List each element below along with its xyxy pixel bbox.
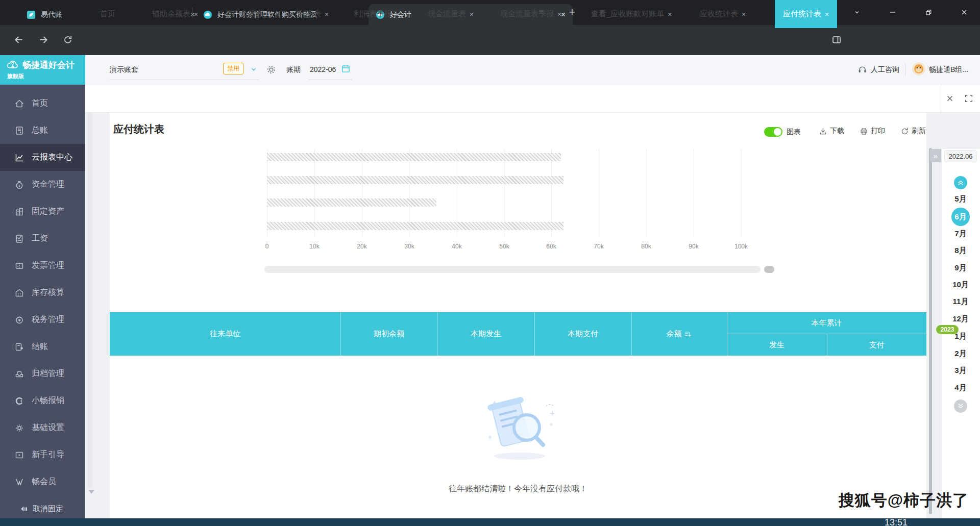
sidebar-item-settings[interactable]: 基础设置 [0, 414, 85, 441]
sidebar-item-fixed-assets[interactable]: 固定资产 [0, 198, 85, 225]
report-tab-receivable-stats[interactable]: 应收统计表× [700, 0, 746, 28]
close-all-tabs-icon[interactable] [945, 94, 954, 103]
reload-icon[interactable] [59, 31, 77, 48]
sidebar-item-home[interactable]: 首页 [0, 90, 85, 117]
side-panel-icon[interactable] [828, 31, 845, 48]
window-minimize-icon[interactable] [884, 4, 901, 21]
sidebar-item-inventory[interactable]: 库存核算 [0, 279, 85, 306]
sidebar-item-invoices[interactable]: 发票管理 [0, 252, 85, 279]
report-tab-close-icon[interactable]: × [325, 10, 329, 18]
forward-icon[interactable] [35, 31, 52, 48]
report-tab-auxiliary-balance[interactable]: 辅助余额表× [152, 0, 198, 28]
app-logo-block[interactable]: 畅捷通好会计 旗舰版 [0, 55, 85, 85]
sidebar-item-reimburse[interactable]: 小畅报销 [0, 387, 85, 414]
column-header-counterparty: 往来单位 [110, 312, 340, 356]
period-label: 账期 [286, 65, 301, 74]
user-name[interactable]: 畅捷通B组... [929, 65, 968, 74]
report-tab-label: 利润表 [298, 9, 321, 19]
month-item-july[interactable]: 7月 [941, 229, 980, 239]
x-tick: 20k [351, 243, 373, 250]
sidebar-item-tax[interactable]: 税务管理 [0, 306, 85, 333]
report-tab-balance-sheet[interactable]: 资产负债表× [225, 0, 271, 28]
report-tab-label: 应付统计表 [783, 9, 821, 19]
app-logo-title: 畅捷通好会计 [22, 59, 75, 71]
report-tab-close-icon[interactable]: × [194, 10, 198, 18]
month-item-august[interactable]: 8月 [941, 246, 980, 256]
month-item-november[interactable]: 11月 [941, 297, 980, 307]
month-item-february[interactable]: 2月 [941, 349, 980, 359]
sidebar-item-salary[interactable]: 工资 [0, 225, 85, 252]
refresh-button[interactable]: 刷新 [900, 127, 926, 136]
month-item-september[interactable]: 9月 [941, 263, 980, 273]
current-period-box: 2022.06 [944, 150, 977, 162]
chart-horizontal-scrollbar[interactable] [264, 266, 761, 273]
report-tab-close-icon[interactable]: × [470, 10, 474, 18]
chart-scrollbar-thumb[interactable] [764, 266, 774, 273]
sidebar-unpin-button[interactable]: 取消固定 [19, 504, 63, 514]
unpin-label: 取消固定 [33, 504, 63, 514]
sidebar-item-label: 税务管理 [32, 314, 64, 325]
column-header-period-incurred: 本期发生 [437, 312, 534, 356]
month-item-june-active[interactable]: 6月 [951, 208, 970, 226]
report-tab-home[interactable]: 首页 [100, 0, 115, 28]
settings-gear-icon[interactable] [266, 64, 277, 75]
account-set-select[interactable]: 演示账套 [110, 65, 138, 74]
back-icon[interactable] [10, 31, 28, 48]
bar [267, 153, 561, 161]
calendar-icon[interactable] [341, 64, 351, 73]
sidebar-scrollbar-track[interactable] [88, 97, 92, 488]
avatar[interactable] [912, 62, 926, 76]
sidebar-item-funds[interactable]: 资金管理 [0, 171, 85, 198]
report-tab-payable-stats-active[interactable]: 应付统计表× [775, 0, 837, 28]
report-tab-cash-flow[interactable]: 现金流量表× [428, 0, 474, 28]
sort-icon[interactable] [684, 330, 692, 338]
x-tick: 0 [256, 243, 278, 250]
month-item-october[interactable]: 10月 [941, 280, 980, 290]
chart-toggle[interactable] [764, 127, 782, 137]
report-tab-label: 应收统计表 [700, 9, 738, 19]
report-tab-close-icon[interactable]: × [668, 10, 672, 18]
account-dropdown-chevron-icon[interactable] [250, 66, 257, 73]
report-tab-close-icon[interactable]: × [396, 10, 400, 18]
panel-collapse-button[interactable]: » [930, 149, 941, 162]
browser-toolbar: cloud2.chanjet.com /accounting/uh26t264j… [0, 25, 980, 55]
x-tick: 60k [540, 243, 562, 250]
fullscreen-icon[interactable] [964, 94, 973, 103]
sidebar-item-archive[interactable]: 归档管理 [0, 360, 85, 387]
months-scroll-up-button[interactable] [954, 176, 967, 189]
month-item-december[interactable]: 12月 [941, 314, 980, 324]
report-tab-close-icon[interactable]: × [825, 10, 829, 18]
window-restore-icon[interactable] [920, 4, 937, 21]
month-item-march[interactable]: 3月 [941, 366, 980, 375]
content-vertical-scrollbar[interactable] [929, 148, 932, 514]
month-item-may[interactable]: 5月 [941, 194, 980, 204]
download-button[interactable]: 下载 [819, 127, 844, 136]
months-scroll-down-button[interactable] [954, 399, 967, 413]
new-tab-button[interactable]: + [565, 5, 580, 20]
sidebar-item-general-ledger[interactable]: 总账 [0, 117, 85, 144]
sidebar-item-label: 云报表中心 [32, 152, 72, 163]
x-tick: 30k [398, 243, 421, 250]
report-tab-income-quarterly[interactable]: 利润表季报× [354, 0, 400, 28]
sidebar-item-closing[interactable]: 结账 [0, 333, 85, 360]
window-menu-chevron-icon[interactable] [848, 4, 866, 21]
report-tab-close-icon[interactable]: × [557, 10, 561, 18]
sidebar-item-member[interactable]: 畅会员 [0, 468, 85, 495]
report-tab-receivable-statement[interactable]: 查看_应收账款对账单× [591, 0, 672, 28]
support-link[interactable]: 人工咨询 [871, 65, 899, 74]
sidebar-item-cloud-reports[interactable]: 云报表中心 [0, 144, 85, 171]
report-tab-cash-flow-quarterly[interactable]: 现金流量表季报× [500, 0, 561, 28]
browser-tab-haokuaiji-pricing[interactable]: 好会计财务管理软件购买价格及 × [196, 4, 379, 25]
bar [267, 222, 564, 230]
report-tab-close-icon[interactable]: × [267, 10, 271, 18]
window-close-icon[interactable] [955, 4, 973, 21]
period-value[interactable]: 2022-06 [310, 65, 336, 73]
scroll-down-arrow-icon[interactable] [88, 490, 94, 494]
month-item-april[interactable]: 4月 [941, 383, 980, 393]
print-button[interactable]: 打印 [860, 127, 885, 136]
report-tab-close-icon[interactable]: × [742, 10, 746, 18]
x-tick: 70k [587, 243, 610, 250]
sidebar-item-guide[interactable]: 新手引导 [0, 441, 85, 468]
report-tab-income-statement[interactable]: 利润表× [298, 0, 329, 28]
sidebar-item-label: 工资 [32, 233, 48, 244]
